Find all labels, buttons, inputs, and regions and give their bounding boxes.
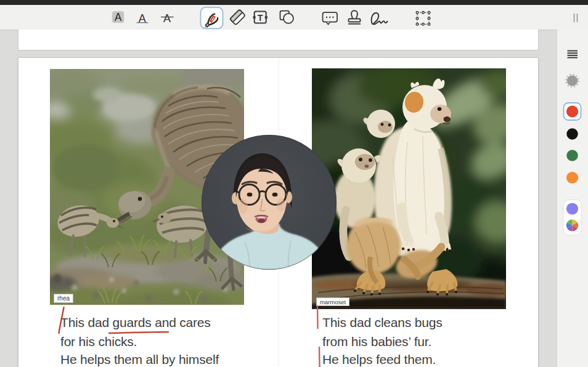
svg-text:A: A <box>115 11 122 23</box>
svg-text:T: T <box>258 13 263 23</box>
svg-text:A: A <box>163 12 171 25</box>
